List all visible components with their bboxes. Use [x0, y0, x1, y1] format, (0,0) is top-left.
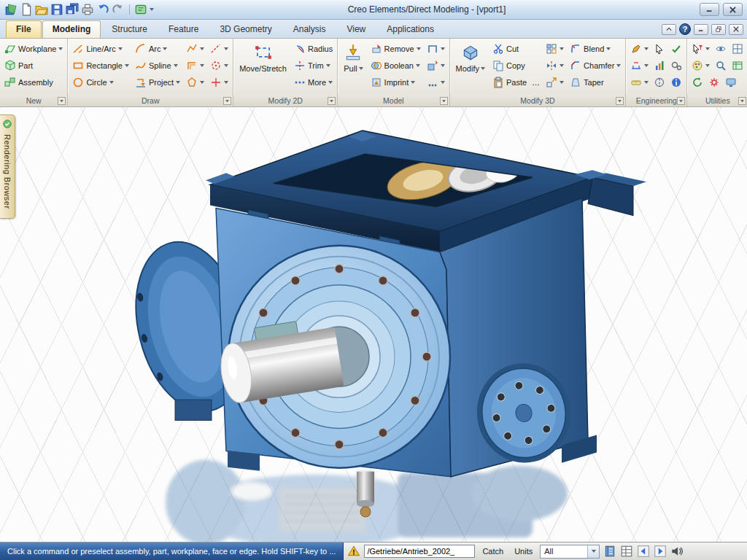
tab-3d-geometry[interactable]: 3D Geometry — [209, 20, 282, 38]
taper-button[interactable]: Taper — [568, 74, 623, 90]
app-icon[interactable] — [4, 3, 18, 16]
tab-view[interactable]: View — [336, 20, 376, 38]
open-icon[interactable] — [35, 3, 48, 16]
find-button[interactable] — [713, 58, 729, 74]
redo-icon[interactable] — [112, 3, 125, 16]
mechanism-button[interactable] — [668, 58, 684, 74]
move-stretch-button[interactable]: Move/Stretch — [236, 41, 290, 74]
dialog-launcher-icon[interactable] — [677, 97, 685, 105]
print-icon[interactable] — [81, 3, 94, 16]
dialog-launcher-icon[interactable] — [223, 97, 231, 105]
warning-icon[interactable] — [347, 545, 360, 558]
polygon-button[interactable] — [184, 74, 206, 90]
dialog-launcher-icon[interactable] — [738, 97, 746, 105]
tab-analysis[interactable]: Analysis — [283, 20, 336, 38]
mirror-button[interactable] — [543, 58, 566, 74]
undo-icon[interactable] — [96, 3, 109, 16]
tab-structure[interactable]: Structure — [101, 20, 158, 38]
pull-button[interactable]: Pull — [340, 41, 366, 74]
rectangle-button[interactable]: Rectangle — [70, 58, 131, 74]
left-mount-tab[interactable] — [175, 400, 212, 420]
child-minimize-button[interactable] — [694, 24, 708, 35]
spline-button[interactable]: Spline — [133, 58, 182, 74]
save-icon[interactable] — [50, 3, 63, 16]
chamfer-button[interactable]: Chamfer — [568, 58, 623, 74]
structure-table-icon[interactable] — [620, 545, 633, 558]
arc-button[interactable]: Arc — [133, 41, 182, 57]
more-3d-button[interactable]: … — [530, 74, 542, 90]
display-button[interactable] — [723, 74, 739, 90]
more-model-button[interactable] — [425, 74, 447, 90]
child-close-button[interactable] — [729, 24, 743, 35]
units-button[interactable]: Units — [511, 547, 536, 556]
notebook-icon[interactable] — [603, 545, 616, 558]
section-button[interactable] — [651, 74, 667, 90]
selection-filter-select[interactable]: All — [540, 545, 600, 559]
dimension-button[interactable] — [628, 58, 651, 74]
child-restore-button[interactable] — [711, 24, 726, 35]
select-elements-button[interactable] — [651, 41, 667, 57]
dialog-launcher-icon[interactable] — [328, 97, 336, 105]
collapse-ribbon-button[interactable] — [662, 24, 676, 35]
macro-icon[interactable] — [134, 3, 147, 16]
radius-button[interactable]: Radius — [292, 41, 335, 57]
next-icon[interactable] — [654, 545, 667, 558]
speaker-icon[interactable] — [670, 545, 684, 558]
trim-button[interactable]: Trim — [292, 58, 335, 74]
path-input[interactable] — [364, 545, 475, 558]
modify-button[interactable]: Modify — [452, 41, 489, 74]
annotation-button[interactable] — [628, 41, 651, 57]
boolean-button[interactable]: Boolean — [368, 58, 423, 74]
tab-feature[interactable]: Feature — [158, 20, 209, 38]
paste-button[interactable]: Paste — [490, 74, 529, 90]
drain-plug[interactable] — [360, 507, 371, 517]
construction-line-button[interactable] — [208, 41, 231, 57]
customize-toolbar-chevron-icon[interactable] — [150, 8, 154, 11]
refresh-button[interactable] — [689, 74, 705, 90]
tab-applications[interactable]: Applications — [376, 20, 444, 38]
select-filter-button[interactable] — [689, 41, 712, 57]
shell-button[interactable] — [425, 41, 447, 57]
dialog-launcher-icon[interactable] — [440, 97, 448, 105]
rendering-browser-tab[interactable]: Rendering Browser — [0, 114, 15, 219]
cut-button[interactable]: Cut — [490, 41, 542, 57]
offset-face-button[interactable] — [425, 58, 447, 74]
dialog-launcher-icon[interactable] — [58, 97, 66, 105]
edit-color-button[interactable] — [689, 58, 712, 74]
tab-modeling[interactable]: Modeling — [42, 20, 101, 38]
close-button[interactable] — [723, 3, 743, 16]
settings-button[interactable] — [706, 74, 722, 90]
show-hide-button[interactable] — [713, 41, 729, 57]
catch-button[interactable]: Catch — [479, 547, 507, 556]
viewport-3d[interactable]: Rendering Browser — [0, 107, 747, 542]
help-button[interactable]: ? — [679, 23, 691, 35]
tab-file[interactable]: File — [6, 20, 42, 38]
dialog-launcher-icon[interactable] — [616, 97, 624, 105]
parts-table-button[interactable] — [729, 58, 746, 74]
save-all-icon[interactable] — [66, 3, 79, 16]
measure-button[interactable] — [628, 74, 651, 90]
polyline-button[interactable] — [184, 41, 206, 57]
more-2d-button[interactable]: More — [292, 74, 335, 90]
analysis-chart-button[interactable] — [651, 58, 667, 74]
info-button[interactable] — [668, 74, 684, 90]
blend-button[interactable]: Blend — [568, 41, 623, 57]
workplane-button[interactable]: Workplane — [2, 41, 65, 57]
point-button[interactable] — [208, 74, 231, 90]
project-button[interactable]: Project — [133, 74, 182, 90]
gearbox-model[interactable] — [0, 107, 747, 542]
assembly-button[interactable]: Assembly — [2, 74, 65, 90]
minimize-button[interactable] — [700, 3, 719, 16]
imprint-button[interactable]: Imprint — [368, 74, 423, 90]
construction-circle-button[interactable] — [208, 58, 231, 74]
pattern-button[interactable] — [543, 41, 566, 57]
copy-button[interactable]: Copy — [490, 58, 542, 74]
check-geometry-button[interactable] — [668, 41, 684, 57]
circle-button[interactable]: Circle — [70, 74, 131, 90]
part-button[interactable]: Part — [2, 58, 65, 74]
scale-button[interactable] — [543, 74, 566, 90]
line-arc-button[interactable]: Line/Arc — [70, 41, 131, 57]
offset-button[interactable] — [184, 58, 206, 74]
viewports-button[interactable] — [729, 41, 746, 57]
previous-icon[interactable] — [637, 545, 650, 558]
